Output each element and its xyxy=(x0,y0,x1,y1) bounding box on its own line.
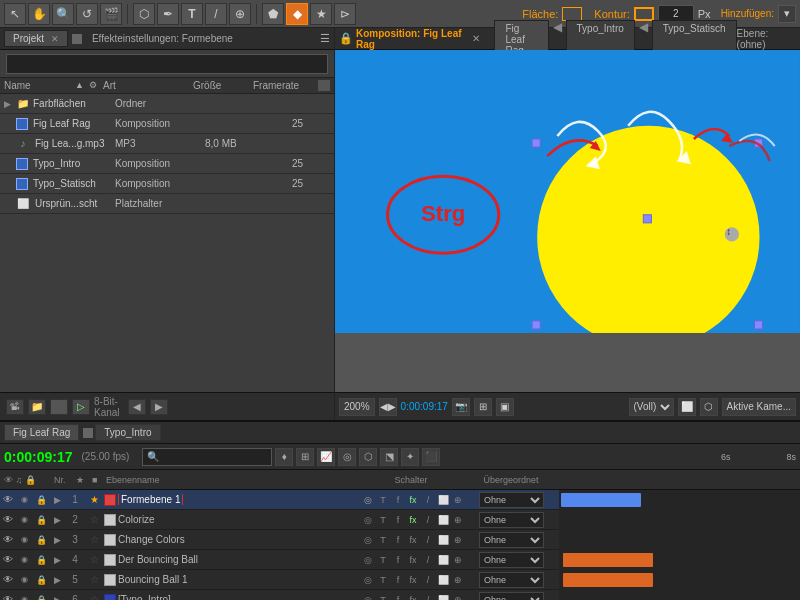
file-item-figleafrag[interactable]: Fig Leaf Rag Komposition 25 xyxy=(0,114,334,134)
layer-sw-aa-3[interactable]: ⊕ xyxy=(451,533,465,547)
comp-close-btn[interactable]: ✕ xyxy=(472,33,480,44)
layer-sw-f-3[interactable]: f xyxy=(391,533,405,547)
layer-lock-btn-6[interactable]: 🔒 xyxy=(32,595,50,601)
layer-sw-solo-1[interactable]: ◎ xyxy=(361,493,375,507)
tl-layer-btn[interactable]: ⬛ xyxy=(422,448,440,466)
search-input[interactable] xyxy=(6,54,328,74)
layer-name-2[interactable]: Colorize xyxy=(118,514,359,525)
layer-sw-slash-4[interactable]: / xyxy=(421,553,435,567)
layer-sw-aa-5[interactable]: ⊕ xyxy=(451,573,465,587)
layer-sw-aa-6[interactable]: ⊕ xyxy=(451,593,465,601)
layer-timeline-3[interactable] xyxy=(559,530,800,550)
layer-sw-f-4[interactable]: f xyxy=(391,553,405,567)
layer-sw-frame-6[interactable]: ⬜ xyxy=(436,593,450,601)
tl-tab-figleafrag[interactable]: Fig Leaf Rag xyxy=(4,424,79,441)
layer-vis-btn-2[interactable]: 👁 xyxy=(0,514,16,525)
tool-zoom[interactable]: 🔍 xyxy=(52,3,74,25)
layer-sw-t-5[interactable]: T xyxy=(376,573,390,587)
layer-star-1[interactable]: ★ xyxy=(86,494,102,505)
bit-next-btn[interactable]: ▶ xyxy=(150,399,168,415)
new-comp-btn[interactable]: 📽 xyxy=(6,399,24,415)
layer-sw-t-4[interactable]: T xyxy=(376,553,390,567)
layer-expand-5[interactable]: ▶ xyxy=(50,575,64,585)
bit-prev-btn[interactable]: ◀ xyxy=(128,399,146,415)
canvas-area[interactable]: Strg ⬤ ↕ xyxy=(335,50,800,392)
tl-tab-typointro[interactable]: Typo_Intro xyxy=(95,424,160,441)
layer-sw-slash-1[interactable]: / xyxy=(421,493,435,507)
layer-sw-solo-3[interactable]: ◎ xyxy=(361,533,375,547)
layer-parent-sel-1[interactable]: Ohne xyxy=(479,492,544,508)
layer-vis-btn-5[interactable]: 👁 xyxy=(0,574,16,585)
layer-audio-btn-5[interactable]: ◉ xyxy=(16,575,32,584)
tool-puppet[interactable]: ★ xyxy=(310,3,332,25)
layer-sw-f-2[interactable]: f xyxy=(391,513,405,527)
canvas-icon1[interactable]: ◀▶ xyxy=(379,398,397,416)
layer-sw-frame-2[interactable]: ⬜ xyxy=(436,513,450,527)
layer-parent-sel-5[interactable]: Ohne xyxy=(479,572,544,588)
layer-timeline-2[interactable] xyxy=(559,510,800,530)
layer-sw-slash-2[interactable]: / xyxy=(421,513,435,527)
layer-star-6[interactable]: ☆ xyxy=(86,594,102,600)
layer-sw-t-1[interactable]: T xyxy=(376,493,390,507)
layer-audio-btn-2[interactable]: ◉ xyxy=(16,515,32,524)
layer-name-5[interactable]: Bouncing Ball 1 xyxy=(118,574,359,585)
layer-expand-1[interactable]: ▶ xyxy=(50,495,64,505)
timeline-search-input[interactable] xyxy=(142,448,272,466)
layer-timeline-6[interactable] xyxy=(559,590,800,601)
stroke-swatch[interactable] xyxy=(634,7,654,21)
file-item-typo-intro[interactable]: Typo_Intro Komposition 25 xyxy=(0,154,334,174)
layer-name-6[interactable]: [Typo_Intro] xyxy=(118,594,359,600)
layer-audio-btn-1[interactable]: ◉ xyxy=(16,495,32,504)
tool-camera[interactable]: 🎬 xyxy=(100,3,122,25)
layer-sw-fx-6[interactable]: fx xyxy=(406,593,420,601)
layer-star-2[interactable]: ☆ xyxy=(86,514,102,525)
hinzufugen-btn[interactable]: ▾ xyxy=(778,5,796,23)
layer-vis-btn-6[interactable]: 👁 xyxy=(0,594,16,600)
layer-sw-aa-4[interactable]: ⊕ xyxy=(451,553,465,567)
layer-sw-f-5[interactable]: f xyxy=(391,573,405,587)
file-item-typo-statisch[interactable]: Typo_Statisch Komposition 25 xyxy=(0,174,334,194)
layer-audio-btn-3[interactable]: ◉ xyxy=(16,535,32,544)
layer-sw-frame-4[interactable]: ⬜ xyxy=(436,553,450,567)
layer-row-2[interactable]: 👁 ◉ 🔒 ▶ 2 ☆ Colorize ◎ T f fx / ⬜ ⊕ Ohne xyxy=(0,510,800,530)
layer-vis-btn-4[interactable]: 👁 xyxy=(0,554,16,565)
tool-hand[interactable]: ✋ xyxy=(28,3,50,25)
layer-lock-btn-1[interactable]: 🔒 xyxy=(32,495,50,505)
layer-sw-fx-3[interactable]: fx xyxy=(406,533,420,547)
layer-sw-solo-5[interactable]: ◎ xyxy=(361,573,375,587)
layer-sw-f-1[interactable]: f xyxy=(391,493,405,507)
layer-audio-btn-6[interactable]: ◉ xyxy=(16,595,32,600)
layer-sw-frame-1[interactable]: ⬜ xyxy=(436,493,450,507)
layer-star-3[interactable]: ☆ xyxy=(86,534,102,545)
layer-lock-btn-5[interactable]: 🔒 xyxy=(32,575,50,585)
projekt-tab[interactable]: Projekt ✕ xyxy=(4,30,68,47)
layer-expand-3[interactable]: ▶ xyxy=(50,535,64,545)
tl-framemix-btn[interactable]: ⬔ xyxy=(380,448,398,466)
layer-sw-slash-3[interactable]: / xyxy=(421,533,435,547)
layer-lock-btn-2[interactable]: 🔒 xyxy=(32,515,50,525)
tool-text[interactable]: T xyxy=(181,3,203,25)
layer-sw-frame-3[interactable]: ⬜ xyxy=(436,533,450,547)
tool-brush[interactable]: / xyxy=(205,3,227,25)
layer-name-4[interactable]: Der Bouncing Ball xyxy=(118,554,359,565)
panel-menu-btn[interactable]: ☰ xyxy=(320,32,330,45)
layer-timeline-1[interactable] xyxy=(559,490,800,510)
layer-sw-solo-4[interactable]: ◎ xyxy=(361,553,375,567)
tool-shape[interactable]: ⬟ xyxy=(262,3,284,25)
layer-sw-frame-5[interactable]: ⬜ xyxy=(436,573,450,587)
layer-lock-btn-3[interactable]: 🔒 xyxy=(32,535,50,545)
layer-timeline-4[interactable] xyxy=(559,550,800,570)
fill-swatch[interactable] xyxy=(562,7,582,21)
layer-row-1[interactable]: 👁 ◉ 🔒 ▶ 1 ★ Formebene 1 ◎ T f fx / ⬜ ⊕ O… xyxy=(0,490,800,510)
layer-row-4[interactable]: 👁 ◉ 🔒 ▶ 4 ☆ Der Bouncing Ball ◎ T f fx /… xyxy=(0,550,800,570)
layer-sw-t-3[interactable]: T xyxy=(376,533,390,547)
layer-sw-f-6[interactable]: f xyxy=(391,593,405,601)
layer-row-5[interactable]: 👁 ◉ 🔒 ▶ 5 ☆ Bouncing Ball 1 ◎ T f fx / ⬜… xyxy=(0,570,800,590)
layer-row-6[interactable]: 👁 ◉ 🔒 ▶ 6 ☆ [Typo_Intro] ◎ T f fx / ⬜ ⊕ … xyxy=(0,590,800,600)
camera-btn[interactable]: Aktive Kame... xyxy=(722,398,796,416)
color-swatch-btn[interactable] xyxy=(50,399,68,415)
layer-expand-6[interactable]: ▶ xyxy=(50,595,64,601)
tool-pen[interactable]: ✒ xyxy=(157,3,179,25)
canvas-grid-btn[interactable]: ⊞ xyxy=(474,398,492,416)
zoom-btn[interactable]: 200% xyxy=(339,398,375,416)
